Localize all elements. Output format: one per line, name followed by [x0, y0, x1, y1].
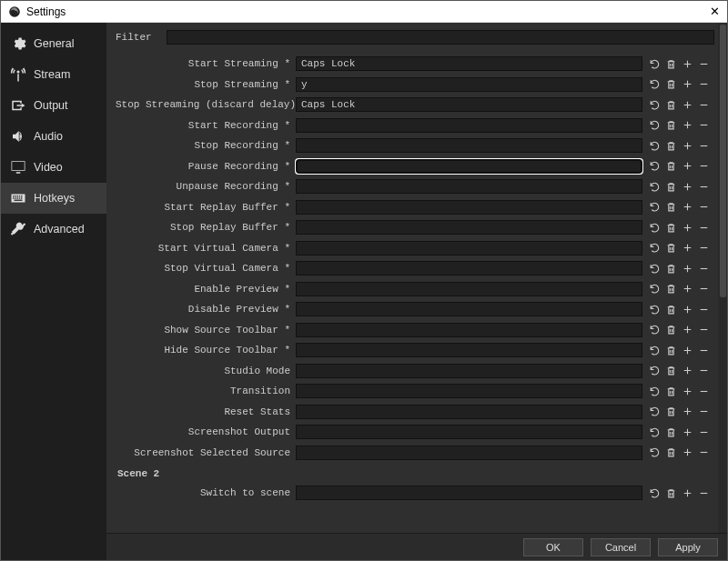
hotkey-input[interactable]	[296, 343, 642, 357]
sidebar-item-audio[interactable]: Audio	[1, 121, 106, 152]
minus-icon[interactable]	[697, 241, 711, 255]
hotkey-input[interactable]	[296, 261, 642, 275]
plus-icon[interactable]	[681, 426, 694, 439]
hotkey-input[interactable]	[296, 77, 642, 92]
hotkey-input[interactable]	[296, 97, 642, 112]
hotkey-input[interactable]	[296, 179, 642, 194]
undo-icon[interactable]	[648, 303, 662, 316]
sidebar-item-advanced[interactable]: Advanced	[1, 214, 106, 245]
minus-icon[interactable]	[697, 159, 711, 173]
minus-icon[interactable]	[697, 282, 711, 296]
plus-icon[interactable]	[681, 200, 694, 214]
undo-icon[interactable]	[648, 139, 662, 153]
minus-icon[interactable]	[697, 446, 711, 459]
undo-icon[interactable]	[648, 221, 662, 235]
hotkey-input[interactable]	[296, 138, 642, 153]
undo-icon[interactable]	[648, 262, 662, 275]
minus-icon[interactable]	[697, 118, 711, 132]
plus-icon[interactable]	[681, 98, 694, 112]
trash-icon[interactable]	[664, 77, 678, 91]
sidebar-item-video[interactable]: Video	[1, 152, 106, 183]
hotkey-input[interactable]	[296, 200, 642, 215]
plus-icon[interactable]	[681, 405, 694, 418]
hotkey-input[interactable]	[296, 118, 642, 133]
minus-icon[interactable]	[697, 385, 711, 398]
trash-icon[interactable]	[664, 57, 678, 71]
minus-icon[interactable]	[697, 426, 711, 439]
trash-icon[interactable]	[664, 405, 678, 418]
filter-input[interactable]	[167, 30, 714, 45]
plus-icon[interactable]	[681, 344, 694, 357]
plus-icon[interactable]	[681, 282, 694, 296]
plus-icon[interactable]	[681, 364, 694, 377]
undo-icon[interactable]	[648, 486, 662, 500]
undo-icon[interactable]	[648, 200, 662, 214]
undo-icon[interactable]	[648, 426, 662, 439]
plus-icon[interactable]	[681, 262, 694, 275]
trash-icon[interactable]	[664, 200, 678, 214]
undo-icon[interactable]	[648, 241, 662, 255]
trash-icon[interactable]	[664, 385, 678, 398]
undo-icon[interactable]	[648, 282, 662, 296]
ok-button[interactable]: OK	[523, 538, 583, 556]
plus-icon[interactable]	[681, 57, 694, 71]
trash-icon[interactable]	[664, 323, 678, 336]
undo-icon[interactable]	[648, 405, 662, 418]
hotkey-input[interactable]	[296, 425, 642, 439]
plus-icon[interactable]	[681, 385, 694, 398]
undo-icon[interactable]	[648, 180, 662, 194]
trash-icon[interactable]	[664, 426, 678, 439]
minus-icon[interactable]	[697, 364, 711, 377]
hotkey-input[interactable]	[296, 56, 642, 71]
undo-icon[interactable]	[648, 77, 662, 91]
hotkey-input[interactable]	[296, 220, 642, 235]
minus-icon[interactable]	[697, 139, 711, 153]
minus-icon[interactable]	[697, 77, 711, 91]
scrollbar-thumb[interactable]	[720, 25, 726, 297]
undo-icon[interactable]	[648, 323, 662, 336]
hotkey-input[interactable]	[296, 405, 642, 419]
trash-icon[interactable]	[664, 180, 678, 194]
plus-icon[interactable]	[681, 303, 694, 316]
cancel-button[interactable]: Cancel	[591, 538, 651, 556]
plus-icon[interactable]	[681, 159, 694, 173]
plus-icon[interactable]	[681, 118, 694, 132]
hotkey-input[interactable]	[296, 486, 642, 500]
hotkey-input[interactable]	[296, 282, 642, 296]
plus-icon[interactable]	[681, 77, 694, 91]
trash-icon[interactable]	[664, 486, 678, 500]
plus-icon[interactable]	[681, 180, 694, 194]
trash-icon[interactable]	[664, 282, 678, 296]
trash-icon[interactable]	[664, 221, 678, 235]
trash-icon[interactable]	[664, 364, 678, 377]
minus-icon[interactable]	[697, 200, 711, 214]
minus-icon[interactable]	[697, 323, 711, 336]
minus-icon[interactable]	[697, 180, 711, 194]
minus-icon[interactable]	[697, 303, 711, 316]
undo-icon[interactable]	[648, 98, 662, 112]
trash-icon[interactable]	[664, 262, 678, 275]
minus-icon[interactable]	[697, 344, 711, 357]
undo-icon[interactable]	[648, 385, 662, 398]
plus-icon[interactable]	[681, 486, 694, 500]
trash-icon[interactable]	[664, 344, 678, 357]
sidebar-item-stream[interactable]: Stream	[1, 59, 106, 90]
minus-icon[interactable]	[697, 57, 711, 71]
sidebar-item-output[interactable]: Output	[1, 90, 106, 121]
undo-icon[interactable]	[648, 364, 662, 377]
hotkey-input[interactable]	[296, 446, 642, 460]
minus-icon[interactable]	[697, 405, 711, 418]
minus-icon[interactable]	[697, 262, 711, 275]
hotkey-input[interactable]	[296, 323, 642, 337]
hotkey-input[interactable]	[296, 302, 642, 316]
undo-icon[interactable]	[648, 446, 662, 459]
plus-icon[interactable]	[681, 139, 694, 153]
minus-icon[interactable]	[697, 486, 711, 500]
sidebar-item-hotkeys[interactable]: Hotkeys	[1, 183, 106, 214]
trash-icon[interactable]	[664, 98, 678, 112]
minus-icon[interactable]	[697, 98, 711, 112]
hotkey-input[interactable]	[296, 241, 642, 255]
trash-icon[interactable]	[664, 139, 678, 153]
plus-icon[interactable]	[681, 221, 694, 235]
hotkey-input[interactable]	[296, 159, 642, 174]
